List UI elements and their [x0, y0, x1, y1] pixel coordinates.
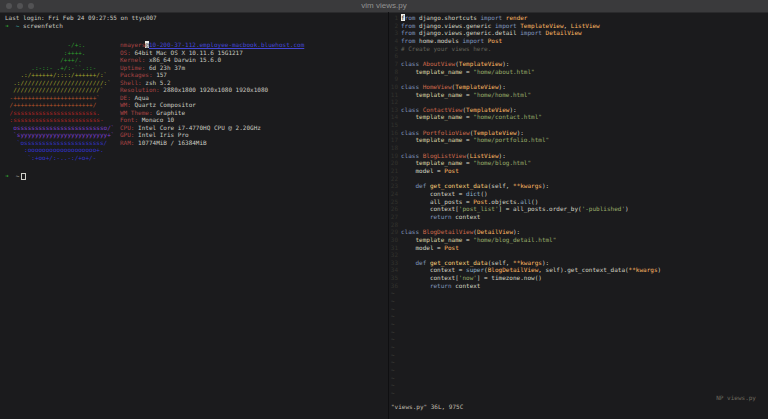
code-token: ): [658, 266, 662, 273]
code-token: BlogListView: [419, 152, 466, 159]
line-number: 19: [389, 152, 401, 159]
vim-pane[interactable]: 1from django.shortcuts import render2fro…: [389, 12, 768, 419]
code-line: 35 context['now'] = timezone.now(): [389, 274, 542, 281]
ascii-art-line: -/+:.: [6, 41, 85, 48]
code-token: .objects.: [488, 198, 521, 205]
empty-line-marker: ~: [391, 351, 395, 358]
line-number: 29: [389, 228, 401, 235]
prompt-path: ~: [16, 172, 20, 179]
code-line: 26 context['post_list'] = all_posts.orde…: [389, 205, 629, 212]
ascii-art-line: /+++/.: [6, 56, 82, 63]
code-token: ):: [502, 60, 509, 67]
code-token: home.models: [415, 37, 462, 44]
info-label: DE:: [120, 94, 131, 101]
line-number: 26: [389, 205, 401, 212]
info-value: 64bit Mac OS X 10.11.6 15G1217: [131, 49, 243, 56]
code-token: ContactView: [419, 106, 462, 113]
info-line: WM Theme: Graphite: [120, 109, 185, 116]
info-value: 2880x1800 1920x1080 1920x1080: [160, 86, 268, 93]
line-number: 21: [389, 167, 401, 174]
code-line: 25 all_posts = Post.objects.all(): [389, 198, 538, 205]
code-token: django.shortcuts: [415, 14, 480, 21]
code-token: def: [401, 182, 426, 189]
line-number: 1: [389, 14, 401, 21]
line-number: 31: [389, 244, 401, 251]
code-token: template_name: [401, 136, 462, 143]
host-user: nmayers: [120, 41, 145, 48]
info-label: OS:: [120, 49, 131, 56]
line-number: 8: [389, 68, 401, 75]
code-token: from: [401, 22, 415, 29]
code-line: 21 model = Post: [389, 167, 459, 174]
info-line: DE: Aqua: [120, 94, 149, 101]
code-line: 7class AboutView(TemplateView):: [389, 60, 509, 67]
empty-line-marker: ~: [391, 381, 395, 388]
code-line: 16class PortfolioView(TemplateView):: [389, 129, 524, 136]
code-token: template_name: [401, 91, 462, 98]
code-token: import: [495, 22, 517, 29]
line-number: 16: [389, 129, 401, 136]
code-line: 14 template_name = "home/contact.html": [389, 113, 542, 120]
line-number: 23: [389, 182, 401, 189]
last-login-line: Last login: Fri Feb 24 09:27:55 on ttys0…: [5, 14, 157, 21]
code-line: 28: [389, 221, 401, 228]
host-line: nmayers@10-200-37-112.employee-macbook.b…: [120, 41, 304, 48]
code-line: 15: [389, 121, 401, 128]
code-token: **kwargs: [629, 266, 658, 273]
code-token: template_name: [401, 68, 462, 75]
info-line: Resolution: 2880x1800 1920x1080 1920x108…: [120, 86, 268, 93]
code-line: 12: [389, 98, 401, 105]
code-token: get_context_data: [426, 182, 487, 189]
code-token: ):: [499, 83, 506, 90]
line-number: 17: [389, 136, 401, 143]
info-line: GPU: Intel Iris Pro: [120, 131, 189, 138]
code-token: context =: [401, 190, 466, 197]
line-number: 4: [389, 37, 401, 44]
code-line: 24 context = dict(): [389, 190, 488, 197]
code-token: import: [520, 29, 542, 36]
line-number: 34: [389, 266, 401, 273]
ascii-art-line: `syyyyyyyyyyyyyyyyyyyyyyyy+`: [6, 131, 114, 138]
empty-line-marker: ~: [391, 358, 395, 365]
code-token: ):: [513, 228, 520, 235]
info-label: Resolution:: [120, 86, 160, 93]
code-token: ):: [499, 152, 506, 159]
info-label: Shell:: [120, 79, 142, 86]
info-line: WM: Quartz Compositor: [120, 101, 196, 108]
info-value: Graphite: [153, 109, 186, 116]
code-line: 9: [389, 75, 401, 82]
code-token: return: [401, 282, 452, 289]
info-line: Kernel: x86_64 Darwin 15.6.0: [120, 56, 221, 63]
info-label: WM:: [120, 101, 131, 108]
code-token: class: [401, 83, 419, 90]
code-token: context =: [401, 266, 466, 273]
code-token: ):: [509, 106, 516, 113]
code-token: django.views.generic: [415, 22, 494, 29]
line-number: 12: [389, 98, 401, 105]
line-number: 35: [389, 274, 401, 281]
code-line: 36 return context: [389, 282, 480, 289]
empty-line-marker: ~: [391, 335, 395, 342]
code-token: "home/blog_detail.html": [473, 236, 556, 243]
terminal-pane-left[interactable]: Last login: Fri Feb 24 09:27:55 on ttys0…: [0, 12, 388, 419]
code-token: "home/blog.html": [473, 159, 531, 166]
code-token: all: [520, 198, 531, 205]
code-token: '-published': [582, 205, 625, 212]
code-token: context: [452, 282, 481, 289]
empty-line-marker: ~: [391, 312, 395, 319]
code-token: class: [401, 152, 419, 159]
info-label: WM Theme:: [120, 109, 153, 116]
code-token: BlogDetailView: [419, 228, 473, 235]
vim-statusbar: "views.py" 36L, 975C: [391, 403, 463, 410]
code-token: TemplateView: [459, 60, 502, 67]
ascii-art-line: :++++.: [6, 49, 85, 56]
ascii-art-line: :ooooooooooooooooooo+.: [6, 146, 104, 153]
shell-prompt-bottom: ➜ ~: [5, 172, 26, 180]
code-token: context: [452, 213, 481, 220]
code-token: **kwargs: [513, 182, 542, 189]
code-token: DetailView: [542, 29, 582, 36]
code-line: 3from django.views.generic.detail import…: [389, 29, 582, 36]
info-label: GPU:: [120, 131, 134, 138]
code-token: template_name: [401, 113, 462, 120]
code-token: from: [401, 29, 415, 36]
